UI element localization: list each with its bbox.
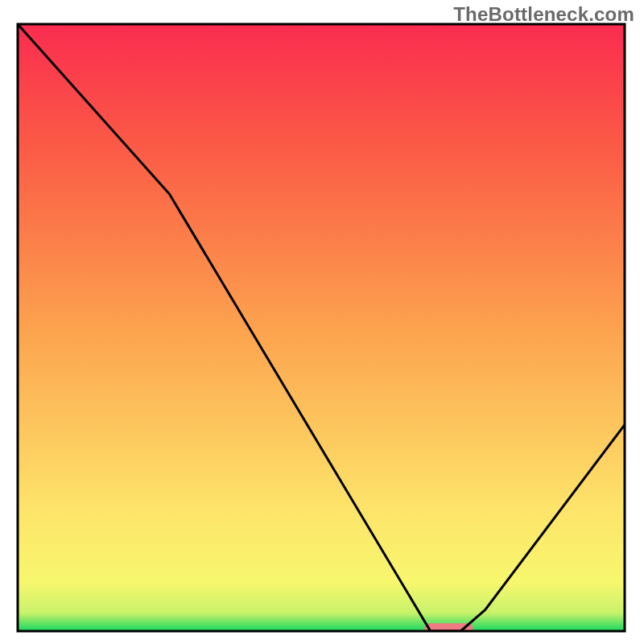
watermark-text: TheBottleneck.com: [453, 3, 634, 26]
chart-svg: [0, 0, 644, 644]
chart-container: TheBottleneck.com: [0, 0, 644, 644]
plot-background: [18, 24, 625, 631]
